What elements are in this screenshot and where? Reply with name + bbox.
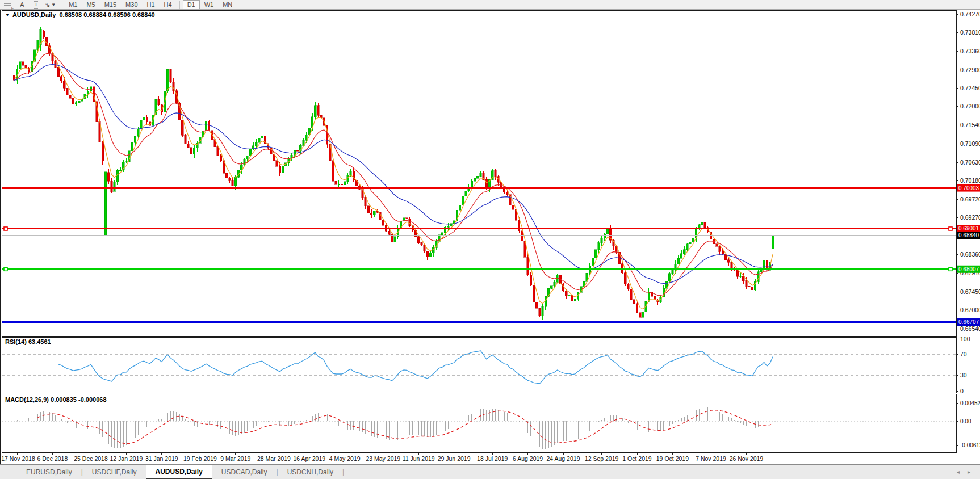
svg-text:0.00: 0.00 bbox=[960, 418, 971, 425]
svg-text:0.72900: 0.72900 bbox=[960, 66, 980, 73]
timeframe-mn[interactable]: MN bbox=[218, 0, 237, 9]
line-handle[interactable] bbox=[4, 267, 7, 271]
svg-text:23 May 2019: 23 May 2019 bbox=[366, 455, 400, 462]
rsi-panel[interactable] bbox=[2, 337, 956, 393]
chart-canvas[interactable]: 0.742700.738100.733600.729000.724500.720… bbox=[1, 10, 980, 464]
svg-text:16 Apr 2019: 16 Apr 2019 bbox=[293, 455, 325, 462]
tab-usdcad[interactable]: USDCAD,Daily bbox=[212, 465, 277, 479]
svg-text:30: 30 bbox=[960, 372, 967, 379]
svg-text:0.73360: 0.73360 bbox=[960, 48, 980, 54]
timeframe-h4[interactable]: H4 bbox=[160, 0, 177, 9]
svg-text:0.72000: 0.72000 bbox=[960, 103, 980, 110]
svg-text:0.66540: 0.66540 bbox=[960, 325, 980, 332]
price-tag: 0.68007 bbox=[957, 266, 980, 273]
text-box-tool-icon[interactable]: T bbox=[32, 1, 40, 9]
date-axis[interactable]: 17 Nov 20186 Dec 201825 Dec 201812 Jan 2… bbox=[1, 453, 763, 462]
chart-tab-bar: EURUSD,Daily|USDCHF,DailyAUDUSD,DailyUSD… bbox=[0, 464, 980, 479]
svg-text:0.69720: 0.69720 bbox=[960, 196, 980, 203]
svg-text:0.67450: 0.67450 bbox=[960, 288, 980, 295]
macd-indicator-label: MACD(12,26,9) 0.000835 -0.000068 bbox=[5, 396, 107, 403]
svg-text:0.71540: 0.71540 bbox=[960, 121, 980, 128]
tab-audusd[interactable]: AUDUSD,Daily bbox=[146, 465, 212, 479]
svg-text:70: 70 bbox=[960, 351, 967, 358]
svg-text:19 Oct 2019: 19 Oct 2019 bbox=[656, 455, 689, 462]
line-handle[interactable] bbox=[949, 227, 952, 230]
svg-text:0.71090: 0.71090 bbox=[960, 140, 980, 147]
tab-scroll-left-icon[interactable]: ◂ bbox=[953, 469, 964, 475]
tab-scroll-controls: ◂ ▸ bbox=[953, 465, 980, 479]
svg-text:0.68007: 0.68007 bbox=[958, 266, 979, 272]
toolbar-separator bbox=[179, 1, 180, 9]
svg-text:25 Dec 2018: 25 Dec 2018 bbox=[74, 455, 108, 462]
svg-text:7 Nov 2019: 7 Nov 2019 bbox=[696, 455, 726, 462]
svg-text:4 May 2019: 4 May 2019 bbox=[329, 455, 361, 462]
svg-text:0: 0 bbox=[960, 388, 964, 394]
svg-text:19 Feb 2019: 19 Feb 2019 bbox=[183, 455, 217, 462]
svg-text:0.69001: 0.69001 bbox=[958, 225, 979, 232]
svg-text:0.66707: 0.66707 bbox=[958, 319, 979, 325]
svg-text:6 Dec 2018: 6 Dec 2018 bbox=[37, 455, 68, 462]
tabs-container: EURUSD,Daily|USDCHF,DailyAUDUSD,DailyUSD… bbox=[17, 465, 344, 479]
chart-window[interactable]: 0.742700.738100.733600.729000.724500.720… bbox=[0, 10, 980, 464]
price-tag: 0.66707 bbox=[957, 318, 980, 326]
svg-text:28 Mar 2019: 28 Mar 2019 bbox=[257, 455, 291, 462]
dot-grid-icon bbox=[4, 2, 11, 8]
svg-text:6 Aug 2019: 6 Aug 2019 bbox=[513, 455, 543, 462]
toolbar-separator bbox=[240, 1, 240, 9]
svg-text:0.69270: 0.69270 bbox=[960, 214, 980, 221]
ohlc-readout: 0.68508 0.68884 0.68506 0.68840 bbox=[59, 11, 154, 18]
svg-text:12 Jan 2019: 12 Jan 2019 bbox=[110, 455, 143, 462]
timeframe-buttons: M1M5M15M30H1H4D1W1MN bbox=[64, 0, 237, 9]
svg-text:0.70003: 0.70003 bbox=[958, 185, 979, 191]
collapse-triangle-icon[interactable]: ▼ bbox=[5, 12, 10, 18]
svg-text:0.72450: 0.72450 bbox=[960, 85, 980, 91]
svg-text:0.004528: 0.004528 bbox=[960, 400, 980, 406]
timeframe-m5[interactable]: M5 bbox=[82, 0, 99, 9]
tab-usdchf[interactable]: USDCHF,Daily bbox=[83, 465, 146, 479]
svg-text:0.73810: 0.73810 bbox=[960, 29, 980, 36]
timeframe-m15[interactable]: M15 bbox=[100, 0, 121, 9]
timeframe-h1[interactable]: H1 bbox=[143, 0, 160, 9]
rsi-indicator-label: RSI(14) 63.4561 bbox=[5, 338, 51, 345]
toolbar-separator bbox=[61, 1, 61, 9]
arrow-styles-tool-icon[interactable]: ⇘▼ bbox=[45, 1, 56, 9]
price-tag: 0.68840 bbox=[957, 232, 980, 239]
svg-text:9 Mar 2019: 9 Mar 2019 bbox=[220, 455, 250, 462]
svg-text:18 Jul 2019: 18 Jul 2019 bbox=[477, 455, 508, 462]
svg-text:0.74270: 0.74270 bbox=[960, 11, 980, 18]
svg-text:0.68840: 0.68840 bbox=[958, 232, 979, 238]
top-toolbar: F A T ⇘▼ M1M5M15M30H1H4D1W1MN bbox=[0, 0, 980, 10]
svg-text:1 Oct 2019: 1 Oct 2019 bbox=[622, 455, 652, 462]
tab-eurusd[interactable]: EURUSD,Daily bbox=[17, 465, 81, 479]
svg-text:100: 100 bbox=[960, 335, 970, 342]
svg-text:0.70180: 0.70180 bbox=[960, 177, 980, 184]
timeframe-w1[interactable]: W1 bbox=[200, 0, 219, 9]
tabbar-left-margin bbox=[0, 465, 17, 479]
line-handle[interactable] bbox=[949, 267, 952, 271]
svg-text:-0.006122: -0.006122 bbox=[960, 442, 980, 448]
main-price-panel[interactable] bbox=[2, 10, 956, 336]
svg-text:24 Aug 2019: 24 Aug 2019 bbox=[547, 455, 580, 462]
timeframe-m1[interactable]: M1 bbox=[64, 0, 82, 9]
tab-scroll-right-icon[interactable]: ▸ bbox=[964, 469, 974, 475]
svg-text:31 Jan 2019: 31 Jan 2019 bbox=[145, 455, 178, 462]
svg-text:0.67000: 0.67000 bbox=[960, 306, 980, 313]
price-tag: 0.70003 bbox=[957, 184, 980, 192]
svg-text:0.68360: 0.68360 bbox=[960, 251, 980, 258]
timeframe-d1[interactable]: D1 bbox=[183, 0, 200, 9]
tab-usdcnh[interactable]: USDCNH,Daily bbox=[278, 465, 342, 479]
fibonacci-tool-icon[interactable]: F bbox=[2, 1, 12, 9]
text-label-tool-icon[interactable]: A bbox=[17, 1, 27, 9]
macd-panel[interactable] bbox=[2, 394, 956, 452]
svg-text:17 Nov 2018: 17 Nov 2018 bbox=[1, 455, 35, 462]
price-tag: 0.69001 bbox=[957, 225, 980, 232]
svg-text:11 Jun 2019: 11 Jun 2019 bbox=[403, 455, 435, 462]
tab-separator: | bbox=[342, 465, 344, 479]
timeframe-m30[interactable]: M30 bbox=[121, 0, 142, 9]
symbol-label: AUDUSD,Daily bbox=[12, 11, 56, 18]
svg-text:0.70630: 0.70630 bbox=[960, 159, 980, 166]
svg-text:12 Sep 2019: 12 Sep 2019 bbox=[585, 455, 619, 462]
line-handle[interactable] bbox=[4, 227, 7, 230]
svg-text:26 Nov 2019: 26 Nov 2019 bbox=[730, 455, 764, 462]
dropdown-caret-icon[interactable]: ▼ bbox=[51, 2, 56, 7]
